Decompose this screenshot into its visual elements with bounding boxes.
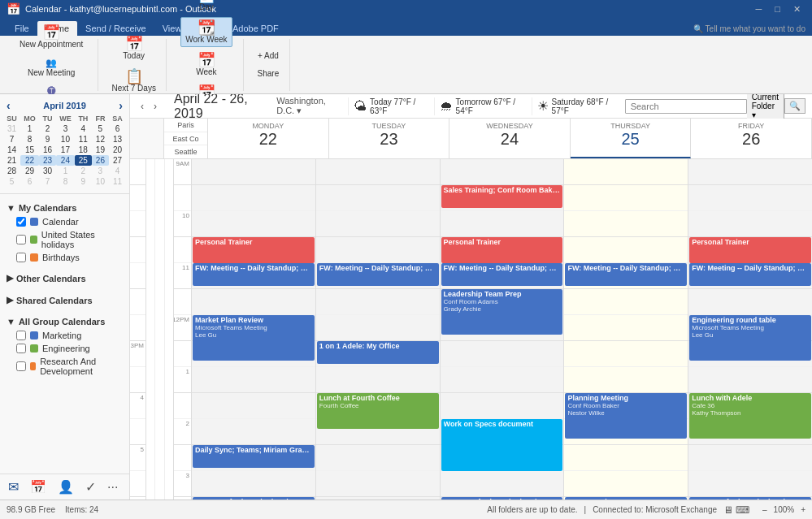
calendar-event[interactable]: Personal Trainer <box>193 237 315 263</box>
mini-cal-day[interactable]: 8 <box>20 134 39 145</box>
all-group-header[interactable]: ▼ All Group Calendars <box>7 314 123 329</box>
mini-cal-day[interactable]: 14 <box>3 145 20 155</box>
day-slot[interactable] <box>316 211 440 237</box>
mini-cal-day[interactable]: 23 <box>39 155 56 166</box>
search-folder-selector[interactable]: Current Folder ▾ <box>747 94 784 122</box>
people-nav-icon[interactable]: 👤 <box>53 476 79 498</box>
day-slot[interactable] <box>316 367 440 393</box>
day-slot[interactable] <box>316 289 440 315</box>
day-slot[interactable] <box>564 445 688 471</box>
day-slot[interactable] <box>441 159 564 185</box>
mini-cal-day[interactable]: 5 <box>92 123 109 134</box>
tell-me-input[interactable]: 🔍 Tell me what you want to do <box>687 22 812 36</box>
day-slot[interactable] <box>316 471 440 497</box>
mini-cal-day[interactable]: 10 <box>92 176 109 187</box>
calendar-event[interactable]: FW: Meet for launch planning ; M ✕ <box>193 497 315 500</box>
mini-cal-day[interactable]: 11 <box>75 134 92 145</box>
mini-cal-day[interactable]: 20 <box>109 145 126 155</box>
day-slot[interactable] <box>441 393 564 419</box>
day-slot[interactable] <box>688 185 812 211</box>
day-slot[interactable] <box>564 367 688 393</box>
day-slot[interactable] <box>564 159 688 185</box>
day-slot[interactable] <box>688 159 812 185</box>
day-slot[interactable] <box>192 367 315 393</box>
day-slot[interactable] <box>192 211 315 237</box>
today-button[interactable]: 📅 Today <box>118 33 150 63</box>
mini-cal-day[interactable]: 6 <box>20 176 39 187</box>
mini-cal-day[interactable]: 2 <box>39 123 56 134</box>
day-slot[interactable] <box>688 445 812 471</box>
calendar-event[interactable]: FW: Meeting -- Daily Standup; Co ✕ <box>317 263 439 286</box>
day-slot[interactable] <box>564 471 688 497</box>
calendar-event[interactable]: Leadership Team PrepConf Room AdamsGrady… <box>441 289 563 335</box>
mini-cal-day[interactable]: 4 <box>109 166 126 176</box>
mini-cal-day[interactable]: 17 <box>56 145 75 155</box>
group-calendar-item[interactable]: Engineering <box>7 342 123 355</box>
calendar-event[interactable]: Daily Sync; Teams; Miriam Graham ✕ <box>193 445 315 468</box>
day-slot[interactable] <box>316 445 440 471</box>
new-meeting-button[interactable]: 👥 New Meeting <box>23 54 80 80</box>
group-calendar-checkbox[interactable] <box>16 344 26 353</box>
minimize-btn[interactable]: ─ <box>751 4 767 15</box>
day-button[interactable]: 📄 Day <box>190 0 223 15</box>
mini-cal-day[interactable]: 15 <box>20 145 39 155</box>
calendar-event[interactable]: FW: Meeting -- Daily Standup; Co ✕ <box>441 263 563 286</box>
mini-cal-day[interactable]: 11 <box>109 176 126 187</box>
day-slot[interactable] <box>316 185 440 211</box>
calendar-event[interactable]: Sales Training; Conf Room Baker; K... <box>441 185 563 208</box>
prev-period-btn[interactable]: ‹ <box>137 98 148 115</box>
day-slot[interactable] <box>192 393 315 419</box>
day-slot[interactable] <box>441 211 564 237</box>
mini-cal-day[interactable]: 21 <box>3 155 20 166</box>
mini-cal-day[interactable]: 24 <box>56 155 75 166</box>
mini-cal-day[interactable]: 29 <box>20 166 39 176</box>
mini-cal-day[interactable]: 5 <box>3 176 20 187</box>
group-calendar-item[interactable]: Research And Development <box>7 355 123 378</box>
day-slot[interactable] <box>192 289 315 315</box>
day-slot[interactable] <box>192 471 315 497</box>
mini-cal-day[interactable]: 22 <box>20 155 39 166</box>
calendar-nav-icon[interactable]: 📅 <box>25 476 51 498</box>
calendar-checkbox[interactable] <box>16 235 26 244</box>
week-button[interactable]: 📅 Week <box>190 50 223 80</box>
other-calendars-header[interactable]: ▶ Other Calendars <box>7 270 123 286</box>
calendar-event[interactable]: Engineering round tableMicrosoft Teams M… <box>689 315 811 361</box>
day-slot[interactable] <box>564 289 688 315</box>
mini-cal-day[interactable]: 9 <box>39 134 56 145</box>
calendar-event[interactable]: Personal Trainer <box>689 237 811 263</box>
day-slot[interactable] <box>564 185 688 211</box>
mail-nav-icon[interactable]: ✉ <box>3 476 24 498</box>
sidebar-calendar-item[interactable]: United States holidays <box>7 228 123 251</box>
mini-cal-day[interactable]: 10 <box>56 134 75 145</box>
tasks-nav-icon[interactable]: ✓ <box>80 476 101 498</box>
day-slot[interactable] <box>316 315 440 341</box>
mini-cal-day[interactable]: 25 <box>75 155 92 166</box>
location-selector[interactable]: Washington, D.C. ▾ <box>276 96 341 116</box>
calendar-event[interactable]: Work on Specs document <box>441 419 563 471</box>
mini-cal-next[interactable]: › <box>115 99 126 112</box>
next7days-button[interactable]: 📋 Next 7 Days <box>106 66 160 96</box>
calendar-event[interactable]: Lunch with AdeleCafe 36Kathy Thompson <box>689 393 811 439</box>
day-slot[interactable] <box>192 419 315 445</box>
day-slot[interactable] <box>441 471 564 497</box>
close-btn[interactable]: ✕ <box>788 4 805 15</box>
mini-cal-day[interactable]: 1 <box>56 166 75 176</box>
mini-cal-day[interactable]: 18 <box>75 145 92 155</box>
mini-cal-day[interactable]: 31 <box>3 123 20 134</box>
calendar-event[interactable]: Team MeetingConf Room RainierJoni Sherma… <box>565 497 687 500</box>
sidebar-calendar-item[interactable]: Calendar <box>7 215 123 228</box>
calendar-event[interactable]: FW: Meeting -- Daily Standup; Co ✕ <box>565 263 687 286</box>
day-slot[interactable] <box>688 289 812 315</box>
mini-cal-day[interactable]: 19 <box>92 145 109 155</box>
day-slot[interactable] <box>564 341 688 367</box>
share-button[interactable]: Share <box>252 66 284 81</box>
calendar-event[interactable]: FW: Meet for launch planning ; M ✕ <box>441 497 563 500</box>
mini-cal-day[interactable]: 28 <box>3 166 20 176</box>
mini-cal-day[interactable]: 7 <box>3 134 20 145</box>
calendar-checkbox[interactable] <box>16 217 26 227</box>
day-slot[interactable] <box>564 315 688 341</box>
work-week-button[interactable]: 📆 Work Week <box>180 17 232 47</box>
tab-adobe[interactable]: Adobe PDF <box>224 21 287 36</box>
day-slot[interactable] <box>441 341 564 367</box>
calendar-checkbox[interactable] <box>16 253 26 262</box>
